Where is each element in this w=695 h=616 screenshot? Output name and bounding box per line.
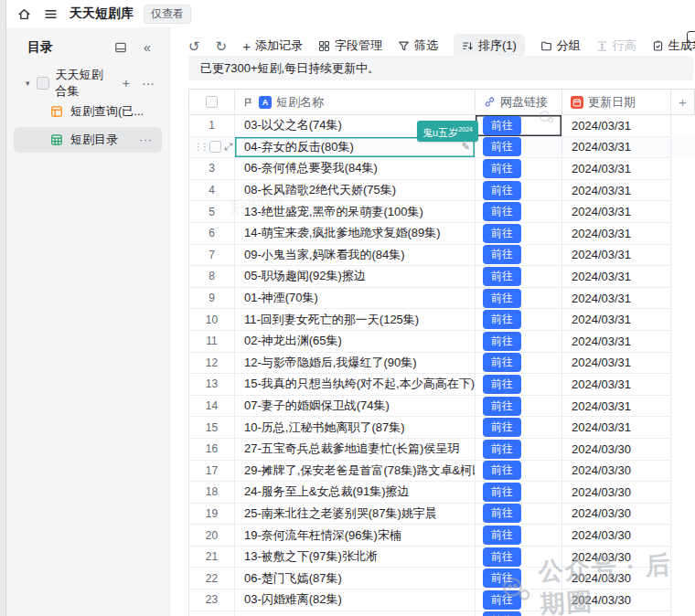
drama-name-cell[interactable]: 02-神龙出渊(65集) bbox=[235, 331, 476, 353]
date-cell[interactable]: 2024/03/30 bbox=[562, 439, 671, 461]
drama-name-cell[interactable]: 24-服务至上&女总裁(91集)擦边 bbox=[235, 482, 476, 504]
drama-name-cell[interactable]: 05-职场趣闻(92集)擦边 bbox=[235, 266, 476, 288]
expand-record-icon[interactable]: ⤢ bbox=[224, 141, 232, 153]
drama-name-cell[interactable]: 13-被敷之下(97集)张北淅 bbox=[235, 547, 476, 568]
row-select-cell[interactable]: 13 bbox=[189, 374, 235, 396]
table-row[interactable]: 513-绝世盛宠,黑帝的呆萌妻(100集)前往2024/03/31 bbox=[188, 201, 695, 223]
row-select-cell[interactable] bbox=[189, 611, 235, 616]
drama-name-cell[interactable]: 09-小鬼当家,妈咪看我的(84集) bbox=[235, 245, 476, 267]
link-cell[interactable]: 前往 bbox=[476, 266, 562, 288]
link-cell[interactable]: 前往 bbox=[476, 482, 562, 504]
date-cell[interactable]: 2024/03/30 bbox=[562, 525, 671, 547]
go-link-button[interactable]: 前往 bbox=[483, 202, 521, 221]
link-cell[interactable]: 前往 bbox=[476, 245, 562, 267]
link-cell[interactable]: 前往 bbox=[476, 331, 562, 353]
root-more-icon[interactable]: ··· bbox=[142, 76, 155, 90]
table-row[interactable]: 2019-奈何流年枉情深(96集)宋楠前往2024/03/30 bbox=[188, 525, 695, 547]
drama-name-cell[interactable]: 06-楚门飞嫣(87集) bbox=[235, 568, 476, 589]
add-table-icon[interactable]: + bbox=[123, 76, 130, 90]
column-header-date[interactable]: 更新日期 bbox=[562, 90, 671, 114]
go-link-button[interactable]: 前往 bbox=[483, 568, 521, 588]
link-cell[interactable]: 前往 bbox=[476, 439, 562, 461]
table-row[interactable]: 1627-五宝奇兵总裁爹地追妻忙(长篇)侯呈玥前往2024/03/30 bbox=[188, 439, 695, 461]
go-link-button[interactable]: 前往 bbox=[483, 224, 521, 243]
drama-name-cell[interactable]: 19-奈何流年枉情深(96集)宋楠 bbox=[235, 525, 476, 547]
row-select-cell[interactable]: 4 bbox=[189, 180, 235, 202]
date-cell[interactable]: 2024/03/31 bbox=[562, 396, 671, 418]
row-select-cell[interactable]: 11 bbox=[189, 331, 235, 353]
go-link-button[interactable]: 前往 bbox=[483, 375, 521, 394]
row-select-cell[interactable]: 20 bbox=[189, 525, 235, 547]
row-select-cell[interactable]: 14 bbox=[189, 396, 235, 418]
collapse-sidebar-icon[interactable]: « bbox=[140, 40, 155, 55]
date-cell[interactable]: 2024/03/31 bbox=[562, 331, 671, 353]
link-cell[interactable]: 前往 bbox=[476, 180, 562, 202]
sidebar-item-query[interactable]: 短剧查询(已... bbox=[14, 99, 162, 124]
link-cell[interactable]: 前往 bbox=[476, 309, 562, 331]
table-row[interactable]: 709-小鬼当家,妈咪看我的(84集)前往2024/03/31 bbox=[188, 245, 695, 267]
table-row[interactable]: 1102-神龙出渊(65集)前往2024/03/31 bbox=[188, 331, 695, 353]
link-cell[interactable]: 前往 bbox=[476, 223, 562, 245]
caret-down-icon[interactable]: ▾ bbox=[26, 79, 30, 88]
link-cell[interactable]: 前往 bbox=[476, 374, 562, 396]
go-link-button[interactable]: 前往 bbox=[483, 483, 521, 502]
drama-name-cell[interactable]: 03-闪婚难离(82集) bbox=[235, 589, 476, 611]
go-link-button[interactable]: 前往 bbox=[483, 526, 521, 545]
table-row[interactable]: 1925-南来北往之老婆别哭(87集)姚宇晨前往2024/03/30 bbox=[188, 504, 695, 526]
row-select-cell[interactable]: 23 bbox=[189, 589, 235, 611]
date-cell[interactable]: 2024/03/31 bbox=[562, 309, 671, 331]
go-link-button[interactable]: 前往 bbox=[483, 116, 521, 135]
table-row[interactable]: 1824-服务至上&女总裁(91集)擦边前往2024/03/30 bbox=[188, 482, 695, 504]
link-cell[interactable]: 前往 bbox=[476, 417, 562, 439]
undo-icon[interactable]: ↺ bbox=[188, 39, 200, 53]
select-all-checkbox[interactable] bbox=[206, 96, 218, 108]
go-link-button[interactable]: 前往 bbox=[483, 547, 521, 567]
table-row[interactable]: 408-长风踏歌2绝代天娇(75集)前往2024/03/31 bbox=[188, 180, 695, 202]
date-cell[interactable]: 2024/03/31 bbox=[562, 115, 671, 137]
drama-name-cell[interactable]: 08-长风踏歌2绝代天娇(75集) bbox=[235, 180, 476, 202]
row-select-cell[interactable]: 3 bbox=[189, 158, 235, 180]
drama-name-cell[interactable]: 25-南来北往之老婆别哭(87集)姚宇晨 bbox=[235, 504, 476, 526]
go-link-button[interactable]: 前往 bbox=[483, 159, 521, 178]
menu-icon[interactable] bbox=[43, 6, 58, 21]
go-link-button[interactable]: 前往 bbox=[483, 353, 521, 372]
link-cell[interactable]: 前往 bbox=[476, 568, 562, 589]
date-cell[interactable]: 2024/03/31 bbox=[562, 266, 671, 288]
row-select-cell[interactable]: 22 bbox=[189, 568, 235, 589]
row-select-cell[interactable]: 6 bbox=[189, 223, 235, 245]
drag-handle-icon[interactable]: ⋮⋮ bbox=[194, 142, 207, 152]
sort-button[interactable]: 排序(1) bbox=[454, 34, 525, 58]
go-link-button[interactable]: 前往 bbox=[483, 310, 521, 329]
drama-name-cell[interactable]: 11-回到妻女死亡的那一天(125集) bbox=[235, 309, 476, 331]
date-cell[interactable]: 2024/03/31 bbox=[562, 353, 671, 375]
row-select-cell[interactable]: ⋮⋮⤢ bbox=[189, 137, 235, 159]
link-cell[interactable]: 前往 bbox=[476, 461, 562, 483]
table-row[interactable]: 1212-与影帝隐婚后,我爆红了(90集)前往2024/03/31 bbox=[188, 353, 695, 375]
link-cell[interactable]: 前往 bbox=[476, 353, 562, 375]
date-cell[interactable]: 2024/03/31 bbox=[562, 201, 671, 223]
drama-name-cell[interactable]: 14-萌宝来袭,疯批爹地跪求复婚(89集) bbox=[235, 223, 476, 245]
clipped-toolbar-icon[interactable] bbox=[687, 31, 695, 43]
go-link-button[interactable]: 前往 bbox=[483, 245, 521, 264]
table-row[interactable]: 306-奈何傅总要娶我(84集)前往2024/03/31 bbox=[188, 158, 695, 180]
go-link-button[interactable]: 前往 bbox=[483, 611, 521, 616]
date-cell[interactable]: 2024/03/31 bbox=[562, 180, 671, 202]
column-header-link[interactable]: 网盘链接 bbox=[476, 90, 562, 114]
row-select-cell[interactable]: 18 bbox=[189, 482, 235, 504]
home-icon[interactable] bbox=[16, 6, 31, 21]
row-select-cell[interactable]: 10 bbox=[189, 309, 235, 331]
row-select-cell[interactable]: 15 bbox=[189, 417, 235, 439]
go-link-button[interactable]: 前往 bbox=[483, 504, 521, 523]
date-cell[interactable]: 2024/03/30 bbox=[562, 568, 671, 589]
table-row[interactable]: 901-神湮(70集)前往2024/03/31 bbox=[188, 288, 695, 310]
go-link-button[interactable]: 前往 bbox=[483, 397, 521, 416]
row-checkbox[interactable] bbox=[209, 141, 221, 153]
table-row[interactable]: 2303-闪婚难离(82集)前往2024/03/30 bbox=[188, 589, 695, 611]
redo-icon[interactable]: ↻ bbox=[216, 39, 228, 53]
link-cell[interactable]: 前往 bbox=[476, 288, 562, 310]
table-row[interactable]: 2113-被敷之下(97集)张北淅前往2024/03/30 bbox=[188, 547, 695, 568]
go-link-button[interactable]: 前往 bbox=[483, 181, 521, 200]
go-link-button[interactable]: 前往 bbox=[483, 289, 521, 308]
date-cell[interactable]: 2024/03/31 bbox=[562, 288, 671, 310]
date-cell[interactable]: 2024/03/30 bbox=[562, 461, 671, 483]
